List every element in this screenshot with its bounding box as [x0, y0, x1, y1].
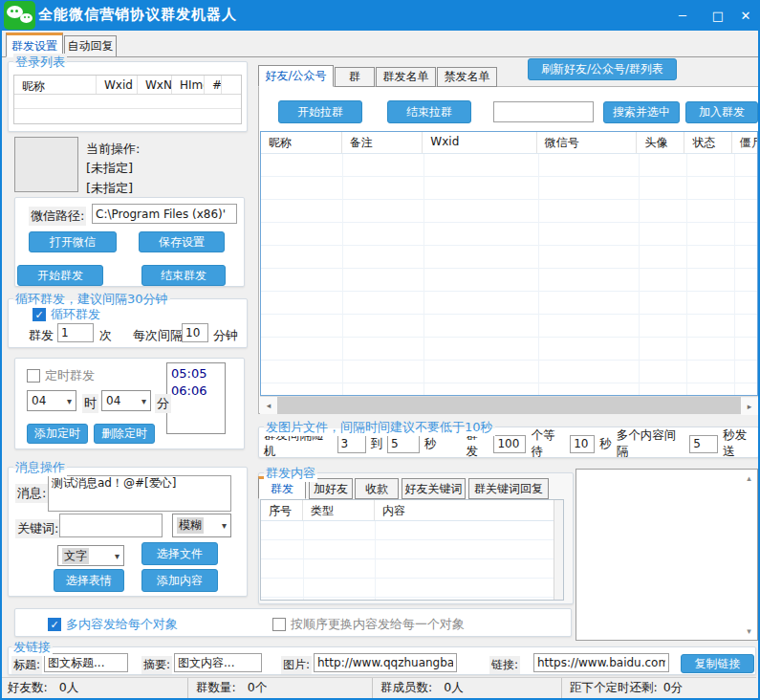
maximize-button[interactable]: □: [705, 4, 731, 27]
multi-content-interval-input[interactable]: [689, 435, 718, 453]
minimize-button[interactable]: ─: [669, 4, 696, 27]
friends-table-rows[interactable]: [261, 154, 757, 395]
link-summary-label: 摘要:: [141, 656, 172, 674]
col-wxid[interactable]: Wxid: [423, 132, 537, 153]
loop-send-checkbox[interactable]: ✓ 循环群发: [33, 306, 100, 323]
link-url-input[interactable]: [533, 653, 669, 672]
select-file-button[interactable]: 选择文件: [141, 542, 218, 565]
send-content-table[interactable]: 序号 类型 内容: [260, 499, 564, 601]
keyword-input[interactable]: [59, 514, 163, 537]
send-times-input[interactable]: [57, 323, 94, 342]
col-nick[interactable]: 昵称: [261, 132, 342, 153]
col-zombie[interactable]: 僵尸: [732, 132, 757, 153]
hour-unit-label: 时: [82, 394, 98, 413]
link-title-input[interactable]: [44, 653, 128, 672]
status-friends-label: 好友数:: [8, 680, 48, 696]
status-groups-value: 0个: [248, 680, 267, 696]
refresh-list-button[interactable]: 刷新好友/公众号/群列表: [528, 58, 677, 80]
col-avatar[interactable]: 头像: [637, 132, 684, 153]
message-textarea[interactable]: 测试消息ad！@#[爱心]: [48, 475, 231, 512]
login-col-hash[interactable]: #: [205, 76, 222, 94]
tab-groups[interactable]: 群: [335, 67, 375, 87]
wait-seconds-input[interactable]: [570, 435, 595, 453]
timer-list-item[interactable]: 05:05: [171, 365, 221, 383]
interval-unit: 分钟: [213, 327, 238, 344]
send-content-rows[interactable]: [261, 521, 554, 600]
friend-search-input[interactable]: [493, 101, 594, 122]
batch-count-input[interactable]: [493, 435, 526, 453]
col-status[interactable]: 状态: [684, 132, 732, 153]
column-divider: [639, 154, 640, 395]
match-mode-select[interactable]: 模糊 ▾: [172, 514, 231, 537]
add-timer-button[interactable]: 添加定时: [27, 424, 88, 444]
friends-table[interactable]: 昵称 备注 Wxid 微信号 头像 状态 僵尸: [260, 131, 758, 396]
scrollbar-thumb[interactable]: [277, 397, 741, 414]
checkbox-empty-icon: [272, 618, 286, 631]
content-col-index[interactable]: 序号: [261, 500, 303, 520]
scroll-right-icon[interactable]: ▸: [741, 398, 758, 415]
status-timer-value: 0分: [663, 680, 683, 696]
login-col-wxid[interactable]: Wxid: [97, 76, 138, 94]
vertical-scrollbar[interactable]: [554, 500, 563, 600]
col-remark[interactable]: 备注: [342, 132, 423, 153]
link-image-label: 图片:: [281, 656, 312, 674]
content-col-content[interactable]: 内容: [375, 500, 554, 520]
col-wxno[interactable]: 微信号: [537, 132, 638, 153]
end-pull-group-button[interactable]: 结束拉群: [387, 100, 471, 123]
multi-content-checkbox[interactable]: ✓ 多内容发给每个对象: [48, 616, 178, 633]
tab-friends[interactable]: 好友/公众号: [258, 65, 334, 87]
status-timer-label: 距下个定时还剩:: [570, 680, 658, 696]
login-col-nick[interactable]: 昵称: [14, 76, 97, 94]
close-button[interactable]: ✕: [732, 4, 759, 27]
start-send-button[interactable]: 开始群发: [17, 265, 103, 286]
tab-auto-reply[interactable]: 自动回复: [64, 35, 117, 57]
window-title: 全能微信营销协议群发机器人: [38, 6, 237, 24]
tab-send-list[interactable]: 群发名单: [376, 67, 436, 87]
reply-content-textarea[interactable]: ▴ ▾: [575, 469, 758, 641]
select-emoji-button[interactable]: 选择表情: [54, 569, 124, 592]
wechat-path-input[interactable]: [92, 204, 237, 224]
scroll-left-icon[interactable]: ◂: [260, 397, 277, 414]
add-to-send-button[interactable]: 加入群发: [685, 101, 758, 123]
end-send-button[interactable]: 结束群发: [141, 265, 226, 286]
tab-ban-list[interactable]: 禁发名单: [437, 67, 497, 87]
timer-list-item[interactable]: 06:06: [171, 383, 221, 400]
add-content-button[interactable]: 添加内容: [141, 569, 218, 592]
interval-min-input[interactable]: [337, 435, 366, 453]
minute-select[interactable]: 04 ▾: [101, 390, 151, 411]
status-bar: 好友数: 0人 群数量: 0个 群成员数: 0人 距下个定时还剩: 0分: [0, 677, 756, 698]
hour-select[interactable]: 04 ▾: [27, 390, 76, 411]
interval-l6: 秒: [599, 436, 612, 452]
copy-link-button[interactable]: 复制链接: [681, 654, 754, 673]
timer-send-checkbox[interactable]: 定时群发: [27, 367, 95, 384]
send-times-label: 群发: [29, 327, 54, 344]
link-image-input[interactable]: [314, 653, 457, 672]
start-pull-group-button[interactable]: 开始拉群: [278, 100, 362, 123]
tab-content-group-keyword[interactable]: 群关键词回复: [468, 478, 549, 499]
interval-l7: 多个内容间隔: [617, 427, 685, 460]
tab-content-friend-keyword[interactable]: 好友关键词: [402, 478, 466, 499]
interval-l3: 秒: [424, 436, 437, 452]
login-col-himg[interactable]: HImg: [172, 76, 205, 94]
save-settings-button[interactable]: 保存设置: [139, 231, 225, 252]
horizontal-scrollbar[interactable]: ◂ ▸: [260, 396, 758, 414]
tab-content-payment[interactable]: 收款: [355, 478, 399, 499]
scroll-up-icon[interactable]: ▴: [743, 471, 755, 485]
interval-max-input[interactable]: [387, 435, 420, 453]
interval-l8: 秒发送: [723, 427, 757, 460]
interval-input[interactable]: [182, 323, 208, 342]
scroll-down-icon[interactable]: ▾: [743, 624, 755, 638]
login-table[interactable]: 昵称 Wxid WxNo HImg #: [13, 75, 242, 124]
open-wechat-button[interactable]: 打开微信: [29, 231, 117, 252]
delete-timer-button[interactable]: 删除定时: [94, 424, 155, 444]
current-op-label: 当前操作:: [86, 141, 140, 158]
sequence-content-checkbox[interactable]: 按顺序更换内容发给每一个对象: [272, 616, 465, 633]
status-groups: 群数量: 0个: [188, 678, 373, 698]
current-op-line2: [未指定]: [86, 180, 133, 197]
search-select-button[interactable]: 搜索并选中: [603, 101, 680, 123]
link-summary-input[interactable]: [174, 653, 262, 672]
login-col-wxno[interactable]: WxNo: [138, 76, 172, 94]
timer-listbox[interactable]: 05:05 06:06: [166, 362, 226, 434]
content-col-type[interactable]: 类型: [303, 500, 375, 520]
content-type-select[interactable]: 文字 ▾: [57, 545, 124, 566]
